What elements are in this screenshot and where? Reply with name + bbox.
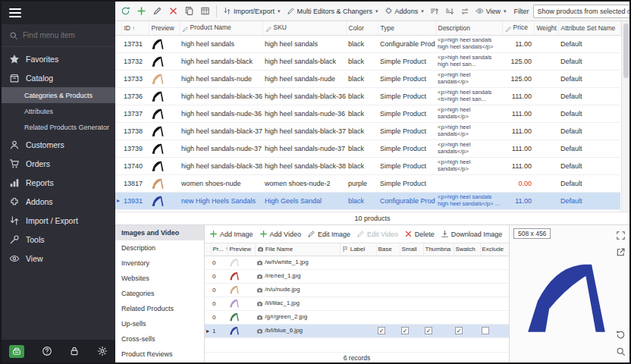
- column-header-preview[interactable]: Preview: [149, 21, 179, 35]
- sidebar-item-customers[interactable]: Customers: [2, 135, 115, 154]
- column-header-sku[interactable]: SKU: [262, 21, 346, 35]
- pos-button[interactable]: [9, 345, 24, 358]
- row-indicator: [205, 297, 211, 310]
- download-image-button[interactable]: Download Image: [441, 230, 503, 238]
- tab-up-sells[interactable]: Up-sells: [115, 316, 204, 331]
- tab-description[interactable]: Description: [115, 240, 204, 256]
- column-header-swatch[interactable]: Swatch: [454, 243, 480, 256]
- edit-image-button[interactable]: Edit Image: [307, 230, 350, 238]
- column-header-name[interactable]: Product Name: [179, 21, 262, 35]
- product-table: ID↑PreviewProduct NameSKUColorTypeDescri…: [115, 21, 621, 210]
- camera-icon: [256, 328, 263, 334]
- column-header-label[interactable]: Label: [340, 243, 376, 256]
- column-header-id[interactable]: ID↑: [121, 21, 149, 35]
- multi-editors-menu[interactable]: Multi Editors & Changers▾: [284, 5, 381, 17]
- edit-button[interactable]: [150, 5, 165, 17]
- help-button[interactable]: [42, 346, 52, 356]
- tab-inventory[interactable]: Inventory: [115, 256, 204, 271]
- lock-button[interactable]: [69, 346, 80, 356]
- sidebar-item-reports[interactable]: Reports: [2, 173, 115, 192]
- expand-icon[interactable]: [616, 228, 626, 242]
- image-row[interactable]: 0 /r/e/red_1.jpg: [205, 269, 509, 283]
- sidebar-item-catalog[interactable]: Catalog: [2, 68, 115, 87]
- product-row-13733[interactable]: 13733high heel sandals-nudehigh heel san…: [115, 70, 620, 87]
- product-row-13737[interactable]: 13737high heel sandals-nude-36high heel …: [115, 105, 620, 122]
- copy-button[interactable]: [182, 5, 196, 17]
- column-header-thumbna[interactable]: Thumbna: [423, 243, 454, 256]
- zoom-icon[interactable]: [616, 344, 626, 358]
- sidebar-item-tools[interactable]: Tools: [2, 230, 115, 249]
- column-header-price[interactable]: Price: [502, 21, 534, 35]
- set-resize-rule-button[interactable]: Set Resize Rule: [508, 230, 509, 238]
- grid-scrollbar[interactable]: [621, 21, 630, 212]
- column-header-type[interactable]: Type: [378, 21, 435, 35]
- swap-button[interactable]: [458, 5, 472, 17]
- view-menu[interactable]: View▾: [473, 5, 509, 17]
- image-row[interactable]: 0 /n/u/nude.jpg: [205, 283, 509, 297]
- image-row[interactable]: 0 /g/r/green_2.jpg: [205, 310, 509, 324]
- checkbox-thumbnail[interactable]: ✓: [425, 327, 432, 334]
- external-link-icon[interactable]: [616, 245, 626, 259]
- sidebar-item-addons[interactable]: Addons: [2, 192, 115, 211]
- sidebar-item-favorites[interactable]: Favorites: [2, 49, 115, 68]
- product-row-13739[interactable]: 13739high heel sandals-nude-37high heel …: [115, 140, 620, 157]
- sidebar-item-attributes[interactable]: Attributes: [2, 103, 115, 119]
- sidebar-item-categories-products[interactable]: Categories & Products: [2, 87, 115, 103]
- addons-icon: [9, 196, 20, 207]
- add-video-button[interactable]: Add Video: [259, 230, 301, 238]
- sidebar-item-orders[interactable]: Orders: [2, 154, 115, 173]
- scrollbar-thumb[interactable]: [623, 24, 629, 78]
- checkbox-swatch[interactable]: ✓: [455, 327, 463, 334]
- tab-images-and-video[interactable]: Images and Video: [115, 225, 204, 240]
- sidebar-item-related-products-generator[interactable]: Related Products Generator: [2, 119, 115, 135]
- column-header-weight[interactable]: Weight: [534, 21, 558, 35]
- column-header-description[interactable]: Description: [435, 21, 502, 35]
- product-row-13736[interactable]: 13736high heel sandals-black-36high heel…: [115, 87, 620, 105]
- column-header-preview[interactable]: Preview: [228, 243, 255, 256]
- sort-asc-button[interactable]: [428, 5, 441, 17]
- product-row-13732[interactable]: 13732high heel sandals-blackhigh heel sa…: [115, 52, 620, 70]
- checkbox-small[interactable]: ✓: [401, 327, 409, 334]
- columns-button[interactable]: [198, 5, 212, 17]
- addons-menu[interactable]: Addons▾: [382, 5, 426, 17]
- image-row[interactable]: 0 /w/h/white_1.jpg: [205, 256, 509, 269]
- refresh-button[interactable]: [118, 5, 133, 17]
- settings-button[interactable]: [97, 346, 108, 356]
- product-row-13817[interactable]: 13817women shoes-nudewomen shoes-nude-2p…: [115, 174, 620, 192]
- checkbox-base[interactable]: ✓: [378, 327, 385, 334]
- product-row-13931[interactable]: ▸13931new High Heels SandalsHigh Geels S…: [115, 192, 620, 209]
- column-header-file-name[interactable]: File Name: [255, 243, 340, 256]
- column-header-attribute_set[interactable]: Attribute Set Name: [558, 21, 620, 35]
- product-row-13731[interactable]: 13731high heel sandalshigh heel sandalsb…: [115, 35, 620, 52]
- addons-icon: [385, 7, 393, 15]
- tab-categories[interactable]: Categories: [115, 286, 204, 301]
- image-row[interactable]: ▸1 /b/l/blue_6.jpg✓✓✓✓: [205, 324, 509, 337]
- delete-button[interactable]: Delete: [404, 230, 435, 238]
- product-row-13738[interactable]: 13738high heel sandals-black-37high heel…: [115, 122, 620, 140]
- sidebar-item-import-export[interactable]: Import / Export: [2, 211, 115, 230]
- tab-cross-sells[interactable]: Cross-sells: [115, 331, 204, 347]
- filter-select[interactable]: Show products from selected categories▾: [533, 5, 629, 18]
- edit-video-button[interactable]: Edit Video: [356, 230, 398, 238]
- tab-product-reviews[interactable]: Product Reviews: [115, 347, 204, 362]
- product-row-13740[interactable]: 13740high heel sandals-black-38high heel…: [115, 157, 620, 174]
- delete-button[interactable]: [166, 5, 181, 17]
- import-export-menu[interactable]: Import/Export▾: [221, 5, 283, 17]
- image-row[interactable]: 0 /l/i/lilac_1.jpg: [205, 297, 509, 310]
- menu-icon[interactable]: [9, 6, 21, 20]
- checkbox-exclude[interactable]: [482, 327, 489, 334]
- add-button[interactable]: [134, 5, 149, 17]
- tab-related-products[interactable]: Related Products: [115, 301, 204, 316]
- cell-file-name: /r/e/red_1.jpg: [255, 269, 340, 283]
- search-input[interactable]: [23, 31, 102, 39]
- add-image-button[interactable]: Add Image: [209, 230, 253, 238]
- tab-websites[interactable]: Websites: [115, 271, 204, 286]
- column-header-pr-[interactable]: Pr...↑: [211, 243, 228, 256]
- column-header-color[interactable]: Color: [346, 21, 378, 35]
- sort-desc-button[interactable]: [443, 5, 457, 17]
- rotate-icon[interactable]: [616, 328, 626, 341]
- column-header-exclude[interactable]: Exclude: [480, 243, 509, 256]
- column-header-base[interactable]: Base: [376, 243, 400, 256]
- sidebar-item-view[interactable]: View: [2, 249, 115, 268]
- column-header-small[interactable]: Small: [400, 243, 423, 256]
